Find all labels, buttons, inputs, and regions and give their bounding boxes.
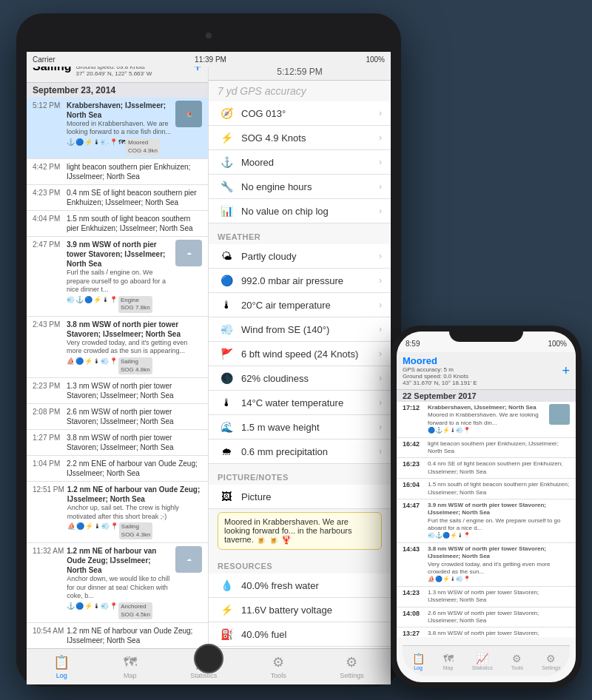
notes-text: Moored in Krabbershaven. We are looking … bbox=[224, 517, 375, 545]
iphone-tab-log[interactable]: 📋 Log bbox=[412, 653, 425, 670]
wind-dir-row[interactable]: 💨 Wind from SE (140°) › bbox=[209, 317, 391, 342]
detail-time: 5:12:59 PM bbox=[218, 67, 382, 77]
pictures-section-label: PICTURE/NOTES bbox=[209, 464, 391, 485]
pressure-label: 992.0 mbar air pressure bbox=[241, 275, 379, 286]
notes-box: Moored in Krabbershaven. We are looking … bbox=[218, 512, 382, 550]
chevron-icon: › bbox=[379, 446, 382, 457]
log-content: 0.4 nm SE of light beacon southern pier … bbox=[67, 188, 202, 207]
chevron-icon: › bbox=[379, 251, 382, 261]
log-item[interactable]: 12:51 PM 1.2 nm NE of harbour van Oude Z… bbox=[27, 482, 208, 543]
wave-height-row[interactable]: 🌊 1.5 m wave height › bbox=[209, 415, 391, 440]
log-content: 1.2 nm NE of harbour van Oude Zeug; IJss… bbox=[67, 485, 202, 539]
chiplog-row[interactable]: 📊 No value on chip log › bbox=[209, 199, 391, 223]
log-item[interactable]: 4:23 PM 0.4 nm SE of light beacon southe… bbox=[27, 185, 208, 211]
log-item[interactable]: 1:27 PM 3.8 nm WSW of north pier tower S… bbox=[27, 430, 208, 456]
log-item[interactable]: 11:32 AM 1.2 nm NE of harbour van Oude Z… bbox=[27, 543, 208, 623]
tab-settings[interactable]: ⚙ Settings bbox=[340, 654, 364, 679]
gps-accuracy-label: 7 yd GPS accuracy bbox=[209, 81, 391, 101]
log-content: 2.2 nm ENE of harbour van Oude Zeug; IJs… bbox=[67, 459, 202, 478]
fuel-icon: ⛽ bbox=[218, 628, 235, 640]
ipad-home-button[interactable] bbox=[194, 644, 223, 673]
status-label: Moored bbox=[241, 157, 379, 168]
log-thumbnail: ⛵ bbox=[175, 101, 202, 127]
water-temp-row[interactable]: 🌡 14°C water temperature › bbox=[209, 391, 391, 415]
ipad-camera bbox=[206, 33, 212, 38]
picture-row[interactable]: 🖼 Picture bbox=[209, 485, 391, 509]
iphone-time: 8:59 bbox=[406, 340, 420, 348]
log-time: 2:43 PM bbox=[33, 320, 64, 329]
chiplog-icon: 📊 bbox=[218, 205, 235, 217]
tab-log[interactable]: 📋 Log bbox=[53, 654, 70, 679]
wind-dir-label: Wind from SE (140°) bbox=[241, 324, 379, 335]
iphone-log-item[interactable]: 17:12 Krabbershaven, IJsselmeer; North S… bbox=[397, 402, 576, 438]
log-content: 1.2 nm NE of harbour van Oude Zeug; IJss… bbox=[67, 546, 172, 619]
battery-label: 11.6V battery voltage bbox=[241, 605, 382, 616]
chevron-icon: › bbox=[379, 397, 382, 408]
engine-row[interactable]: 🔧 No engine hours › bbox=[209, 175, 391, 199]
log-item[interactable]: 4:42 PM light beacon southern pier Enkhu… bbox=[27, 159, 208, 185]
iphone-status: Moored bbox=[403, 355, 477, 366]
tab-tools[interactable]: ⚙ Tools bbox=[271, 654, 286, 679]
pressure-row[interactable]: 🔵 992.0 mbar air pressure › bbox=[209, 269, 391, 293]
iphone-log-time: 16:04 bbox=[403, 481, 425, 488]
sog-row[interactable]: ⚡ SOG 4.9 Knots › bbox=[209, 126, 391, 150]
precipitation-row[interactable]: 🌧 0.6 mm precipitation › bbox=[209, 440, 391, 464]
precipitation-icon: 🌧 bbox=[218, 445, 235, 457]
gps-line3: 37° 20.649' N, 122° 5.663' W bbox=[75, 70, 189, 78]
log-item[interactable]: 10:54 AM 1.2 nm NE of harbour van Oude Z… bbox=[27, 623, 208, 648]
status-row[interactable]: ⚓ Moored › bbox=[209, 150, 391, 175]
log-item[interactable]: 4:04 PM 1.5 nm south of light beacon sou… bbox=[27, 211, 208, 237]
iphone-stats-label: Statistics bbox=[472, 665, 493, 670]
wave-icon: 🌊 bbox=[218, 421, 235, 433]
log-item[interactable]: 2:43 PM 3.8 nm WSW of north pier tower S… bbox=[27, 317, 208, 378]
battery-row[interactable]: ⚡ 11.6V battery voltage bbox=[209, 598, 391, 622]
settings-tab-label: Settings bbox=[340, 672, 364, 679]
iphone-tab-tools[interactable]: ⚙ Tools bbox=[511, 653, 523, 670]
iphone-log-item[interactable]: 16:04 1.5 nm south of light beacon south… bbox=[397, 479, 576, 499]
iphone-log-item[interactable]: 14:23 1.3 nm WSW of north pier tower Sta… bbox=[397, 587, 576, 608]
log-list[interactable]: September 23, 2014 5:12 PM Krabbershaven… bbox=[27, 83, 208, 648]
log-item[interactable]: 2:08 PM 2.6 nm WSW of north pier tower S… bbox=[27, 404, 208, 430]
iphone-tab-map[interactable]: 🗺 Map bbox=[443, 653, 454, 670]
cloudiness-icon: 🌑 bbox=[218, 372, 235, 384]
iphone-log-item[interactable]: 14:08 2.6 nm WSW of north pier tower Sta… bbox=[397, 608, 576, 628]
iphone-add-button[interactable]: + bbox=[562, 363, 570, 379]
iphone-log-item[interactable]: 14:47 3.9 nm WSW of north pier tower Sta… bbox=[397, 499, 576, 543]
ipad-time: 11:39 PM bbox=[195, 55, 226, 64]
iphone-log-icon: 📋 bbox=[412, 653, 425, 664]
iphone-log-item[interactable]: 16:23 0.4 nm SE of light beacon southern… bbox=[397, 458, 576, 479]
air-temp-row[interactable]: 🌡 20°C air temperature › bbox=[209, 293, 391, 317]
tab-map[interactable]: 🗺 Map bbox=[124, 655, 137, 679]
wind-speed-row[interactable]: 🚩 6 bft wind speed (24 Knots) › bbox=[209, 342, 391, 366]
map-tab-label: Map bbox=[124, 672, 137, 679]
weather-partly-cloudy-row[interactable]: 🌤 Partly cloudy › bbox=[209, 244, 391, 269]
log-thumbnail: ☁ bbox=[175, 546, 202, 573]
iphone-log-text: 3.9 nm WSW of north pier tower Stavoren;… bbox=[428, 502, 570, 540]
iphone-log-item[interactable]: 13:27 3.8 nm WSW of north pier tower Sta… bbox=[397, 627, 576, 637]
iphone-log-time: 14:43 bbox=[403, 545, 425, 553]
chevron-icon: › bbox=[379, 373, 382, 383]
log-item[interactable]: 2:47 PM 3.9 nm WSW of north pier tower S… bbox=[27, 237, 208, 317]
fuel-row[interactable]: ⛽ 40.0% fuel bbox=[209, 622, 391, 647]
log-content: light beacon southern pier Enkhuizen; IJ… bbox=[67, 162, 202, 181]
chevron-icon: › bbox=[379, 108, 382, 118]
fresh-water-row[interactable]: 💧 40.0% fresh water bbox=[209, 573, 391, 598]
cloudiness-row[interactable]: 🌑 62% cloudiness › bbox=[209, 366, 391, 391]
iphone-log-item[interactable]: 14:43 3.8 nm WSW of north pier tower Sta… bbox=[397, 543, 576, 587]
iphone-log-text: 3.8 nm WSW of north pier tower Stavoren;… bbox=[428, 630, 570, 637]
iphone-log-list[interactable]: 22 September 2017 17:12 Krabbershaven, I… bbox=[397, 390, 576, 637]
iphone-log-time: 16:42 bbox=[403, 440, 425, 448]
log-item[interactable]: 1:04 PM 2.2 nm ENE of harbour van Oude Z… bbox=[27, 456, 208, 482]
iphone-tab-stats[interactable]: 📈 Statistics bbox=[472, 653, 493, 670]
precipitation-label: 0.6 mm precipitation bbox=[241, 446, 379, 457]
ipad: Carrier 11:39 PM 100% Sailing GPS accura… bbox=[16, 13, 401, 687]
log-item[interactable]: 5:12 PM Krabbershaven; IJsselmeer; North… bbox=[27, 98, 208, 159]
log-content: 3.9 nm WSW of north pier tower Stavoren;… bbox=[67, 240, 172, 313]
log-tab-label: Log bbox=[56, 672, 67, 679]
water-icon: 💧 bbox=[218, 579, 235, 591]
log-item[interactable]: 2:23 PM 1.3 nm WSW of north pier tower S… bbox=[27, 378, 208, 404]
cog-row[interactable]: 🧭 COG 013° › bbox=[209, 101, 391, 126]
iphone-log-time: 14:08 bbox=[403, 610, 425, 617]
iphone-tab-settings[interactable]: ⚙ Settings bbox=[542, 653, 560, 670]
iphone-log-item[interactable]: 16:42 light beacon southern pier Enkhuiz… bbox=[397, 438, 576, 459]
